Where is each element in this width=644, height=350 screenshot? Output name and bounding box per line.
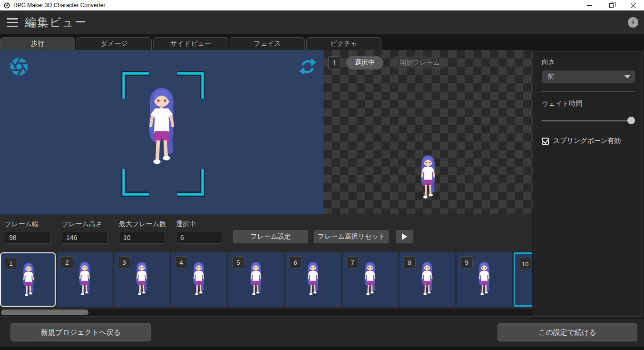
frame-sprite [475,258,494,301]
slider-track[interactable] [542,120,635,121]
frame-sprite [246,258,265,301]
film-frame-9[interactable]: 9 [457,252,512,307]
minimize-button[interactable] [578,0,600,10]
back-to-project-button[interactable]: 新規プロジェクトへ戻る [10,323,151,341]
frame-sprite [303,258,322,301]
close-button[interactable] [622,0,644,10]
frame-badge: 4 [175,256,187,269]
close-icon [631,3,636,8]
frame-badge: 10 [519,258,531,270]
play-button[interactable] [396,230,413,243]
max-frames-label: 最大フレーム数 [119,220,166,229]
page-title: 編集ビュー [25,15,87,30]
frame-sprite [132,258,151,301]
settings-panel: 向き 前 ウェイト時間 スプリングボーン有効 [534,51,643,317]
frame-height-input[interactable] [62,231,108,244]
frame-reset-button[interactable]: フレーム選択リセット [314,230,389,243]
frame-badge: 6 [289,256,302,269]
frame-badge: 2 [61,256,73,269]
frame-set-button[interactable]: フレーム設定 [233,230,308,243]
maximize-icon [609,3,614,8]
frame-badge: 1 [5,257,17,270]
film-strip-scrollbar[interactable] [0,309,532,316]
app-header: 編集ビュー i [0,10,644,34]
tab-bar: 歩行 ダメージ サイドビュー フェイス ピクチャ [0,34,644,50]
frame-badge: 9 [460,256,473,269]
direction-label: 向き [542,58,635,67]
rotate-icon[interactable] [299,57,317,76]
app-window: RPG Maker 3D Character Converter 編集ビュー i… [0,0,644,350]
frame-sprite [189,258,208,301]
selected-count-input[interactable] [176,231,222,244]
selected-count-label: 選択中 [176,220,222,229]
frame-width-input[interactable] [5,231,51,244]
frame-badge: 7 [346,256,359,269]
frame-badge: 3 [118,256,130,269]
wait-time-slider[interactable] [542,117,635,124]
film-frame-8[interactable]: 8 [400,252,455,307]
frame-sprite [361,258,380,301]
character-preview-pane[interactable] [0,50,323,214]
scrollbar-thumb[interactable] [1,310,88,315]
film-frame-6[interactable]: 6 [285,252,341,307]
frame-panel: フレーム幅 フレーム高さ 最大フレーム数 選択中 フレーム設定 フレーム選択リセ… [0,214,532,318]
spring-bone-label: スプリングボーン有効 [553,137,621,145]
minimize-icon [587,5,592,6]
film-frame-2[interactable]: 2 [57,252,113,307]
info-icon[interactable]: i [628,17,638,28]
selected-count-field: 選択中 [176,220,222,244]
title-bar: RPG Maker 3D Character Converter [0,0,644,10]
film-frame-3[interactable]: 3 [114,252,170,307]
frame-width-label: フレーム幅 [5,220,51,229]
spring-bone-checkbox-row[interactable]: スプリングボーン有効 [542,137,635,145]
footer-bar: 新規プロジェクトへ戻る この設定で続ける [0,319,644,347]
app-icon [4,2,10,9]
window-controls [578,0,644,10]
direction-value: 前 [547,72,554,81]
start-frame-button[interactable]: 開始フレーム [391,56,449,70]
bottom-edge [0,347,644,350]
character-model[interactable] [140,84,184,172]
frame-number-badge: 1 [328,56,341,70]
frame-height-field: フレーム高さ [62,220,108,244]
film-frame-5[interactable]: 5 [228,252,284,307]
frame-badge: 5 [232,256,244,269]
film-frame-1[interactable]: 1 [0,252,56,307]
continue-button[interactable]: この設定で続ける [498,323,637,341]
tab-damage[interactable]: ダメージ [77,37,152,50]
film-frame-10[interactable]: 10 [514,252,532,307]
film-strip: 1 2 3 4 5 6 7 8 9 10 [0,252,532,307]
film-frame-7[interactable]: 7 [342,252,398,307]
film-frame-4[interactable]: 4 [171,252,227,307]
direction-select[interactable]: 前 [542,70,635,83]
spring-bone-checkbox[interactable] [542,138,549,145]
frame-badge: 8 [403,256,416,269]
selected-toggle-button[interactable]: 選択中 [346,56,383,70]
window-title: RPG Maker 3D Character Converter [13,2,105,9]
frame-height-label: フレーム高さ [62,220,108,229]
panel-divider [542,91,635,92]
maximize-button[interactable] [600,0,622,10]
frame-sprite [75,258,94,301]
frame-width-field: フレーム幅 [5,220,51,244]
hamburger-menu-icon[interactable] [7,18,18,27]
max-frames-input[interactable] [119,231,165,244]
tab-picture[interactable]: ピクチャ [306,37,381,50]
play-icon [402,233,407,240]
frame-sprite [418,258,437,301]
sprite-preview [416,144,440,212]
tab-sideview[interactable]: サイドビュー [153,37,228,50]
tab-walk[interactable]: 歩行 [0,37,75,50]
max-frames-field: 最大フレーム数 [119,220,166,244]
chevron-down-icon [624,75,630,79]
wait-time-label: ウェイト時間 [542,100,635,108]
frame-sprite [19,259,38,302]
slider-thumb[interactable] [627,117,635,124]
camera-aperture-icon[interactable] [9,56,29,77]
tab-face[interactable]: フェイス [230,37,305,50]
frame-selection-bar: 1 選択中 開始フレーム [328,56,449,70]
